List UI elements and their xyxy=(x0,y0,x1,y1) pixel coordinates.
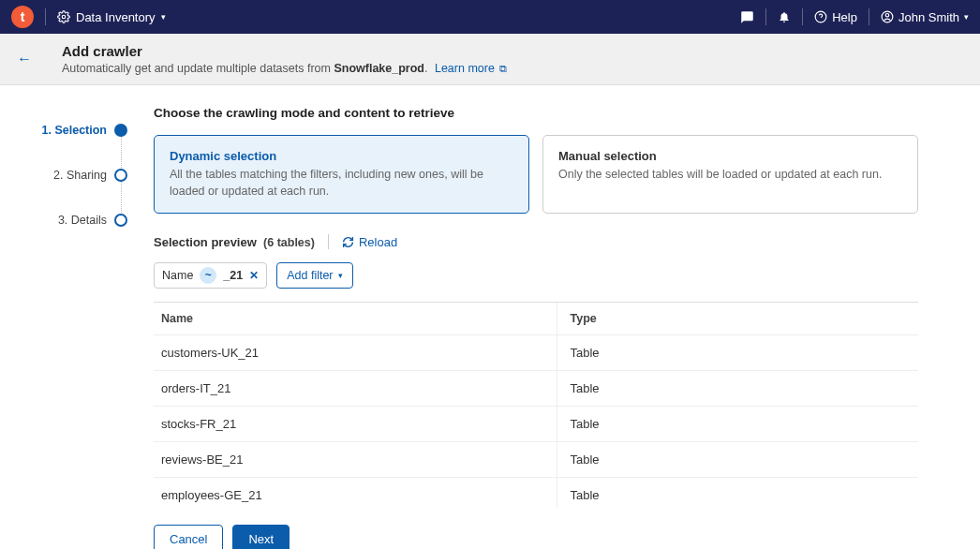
body-area: 1. Selection 2. Sharing 3. Details Choos… xyxy=(0,85,980,549)
option-manual-selection[interactable]: Manual selection Only the selected table… xyxy=(542,135,918,214)
preview-count: (6 tables) xyxy=(263,236,315,249)
step-label: 3. Details xyxy=(58,214,107,227)
chevron-down-icon: ▾ xyxy=(964,12,969,22)
subheader: ← Add crawler Automatically get and upda… xyxy=(0,34,980,85)
help-label: Help xyxy=(832,10,857,24)
app-title-text: Data Inventory xyxy=(76,10,156,24)
table-row[interactable]: orders-IT_21Table xyxy=(154,371,918,407)
filters-row: Name ~ _21 ✕ Add filter ▾ xyxy=(154,262,918,289)
cell-name: customers-UK_21 xyxy=(154,335,557,371)
external-link-icon: ⧉ xyxy=(497,63,507,74)
page-title: Add crawler xyxy=(62,43,507,59)
step-connector xyxy=(121,181,122,215)
divider xyxy=(328,234,329,249)
help-link[interactable]: Help xyxy=(814,10,857,24)
table-row[interactable]: employees-GE_21Table xyxy=(154,478,918,509)
next-button[interactable]: Next xyxy=(232,525,290,549)
learn-more-link[interactable]: Learn more ⧉ xyxy=(435,62,507,75)
table-row[interactable]: reviews-BE_21Table xyxy=(154,442,918,478)
step-selection[interactable]: 1. Selection xyxy=(0,108,141,153)
bell-icon[interactable] xyxy=(778,10,791,23)
reload-button[interactable]: Reload xyxy=(342,235,397,249)
filter-chip-name[interactable]: Name ~ _21 ✕ xyxy=(154,262,267,289)
table-row[interactable]: customers-UK_21Table xyxy=(154,335,918,371)
footer-buttons: Cancel Next xyxy=(154,525,918,549)
cell-type: Table xyxy=(557,335,918,371)
user-name: John Smith xyxy=(898,10,959,24)
option-title: Manual selection xyxy=(558,149,902,163)
step-dot-icon xyxy=(114,214,127,227)
add-filter-button[interactable]: Add filter ▾ xyxy=(276,262,352,289)
divider xyxy=(45,8,46,25)
cell-type: Table xyxy=(557,371,918,407)
preview-header: Selection preview (6 tables) Reload xyxy=(154,234,918,249)
step-label: 2. Sharing xyxy=(53,169,107,182)
svg-point-0 xyxy=(62,15,66,19)
divider xyxy=(869,8,869,25)
chat-icon[interactable] xyxy=(740,10,754,24)
cancel-button[interactable]: Cancel xyxy=(154,525,223,549)
divider xyxy=(765,8,766,25)
step-dot-icon xyxy=(114,169,127,182)
page-description: Automatically get and update multiple da… xyxy=(62,62,507,75)
filter-operator-icon: ~ xyxy=(200,267,216,284)
option-dynamic-selection[interactable]: Dynamic selection All the tables matchin… xyxy=(154,135,529,214)
option-desc: Only the selected tables will be loaded … xyxy=(558,167,902,184)
cell-name: employees-GE_21 xyxy=(154,478,557,509)
add-filter-label: Add filter xyxy=(287,269,333,282)
cell-type: Table xyxy=(557,407,918,442)
wizard-steps: 1. Selection 2. Sharing 3. Details xyxy=(0,85,141,549)
chevron-down-icon: ▾ xyxy=(161,12,166,22)
app-title-dropdown[interactable]: Data Inventory ▾ xyxy=(57,10,166,24)
cell-name: stocks-FR_21 xyxy=(154,407,557,442)
divider xyxy=(802,8,803,25)
cell-name: orders-IT_21 xyxy=(154,371,557,407)
col-name: Name xyxy=(154,303,557,335)
topbar-right: Help John Smith ▾ xyxy=(740,8,969,25)
option-desc: All the tables matching the filters, inc… xyxy=(170,167,513,200)
section-heading: Choose the crawling mode and content to … xyxy=(154,106,918,120)
cell-type: Table xyxy=(557,442,918,478)
topbar-left: t Data Inventory ▾ xyxy=(11,6,166,28)
source-name: Snowflake_prod xyxy=(334,62,424,75)
reload-label: Reload xyxy=(359,235,397,249)
cell-name: reviews-BE_21 xyxy=(154,442,557,478)
step-sharing[interactable]: 2. Sharing xyxy=(0,153,141,198)
mode-options: Dynamic selection All the tables matchin… xyxy=(154,135,918,214)
step-connector xyxy=(121,136,122,170)
filter-field: Name xyxy=(162,269,193,282)
remove-filter-icon[interactable]: ✕ xyxy=(249,269,259,282)
preview-table-wrap[interactable]: Name Type customers-UK_21Tableorders-IT_… xyxy=(154,302,918,508)
filter-value: _21 xyxy=(223,269,243,282)
desc-prefix: Automatically get and update multiple da… xyxy=(62,62,334,75)
col-type: Type xyxy=(557,303,918,335)
back-arrow-icon[interactable]: ← xyxy=(17,51,32,67)
step-dot-icon xyxy=(114,124,127,137)
option-title: Dynamic selection xyxy=(170,149,513,163)
preview-label: Selection preview (6 tables) xyxy=(154,235,315,249)
svg-point-4 xyxy=(885,14,889,18)
main-content: Choose the crawling mode and content to … xyxy=(141,85,946,549)
topbar: t Data Inventory ▾ Help John Smith ▾ xyxy=(0,0,980,34)
back-column: ← xyxy=(0,34,49,84)
step-details[interactable]: 3. Details xyxy=(0,198,141,243)
cell-type: Table xyxy=(557,478,918,509)
app-logo[interactable]: t xyxy=(11,6,34,28)
chevron-down-icon: ▾ xyxy=(338,271,343,280)
step-label: 1. Selection xyxy=(42,124,107,137)
preview-table: Name Type customers-UK_21Tableorders-IT_… xyxy=(154,303,918,508)
settings-icon xyxy=(57,10,70,23)
user-menu[interactable]: John Smith ▾ xyxy=(881,10,969,24)
table-row[interactable]: stocks-FR_21Table xyxy=(154,407,918,442)
subheader-texts: Add crawler Automatically get and update… xyxy=(49,34,520,84)
